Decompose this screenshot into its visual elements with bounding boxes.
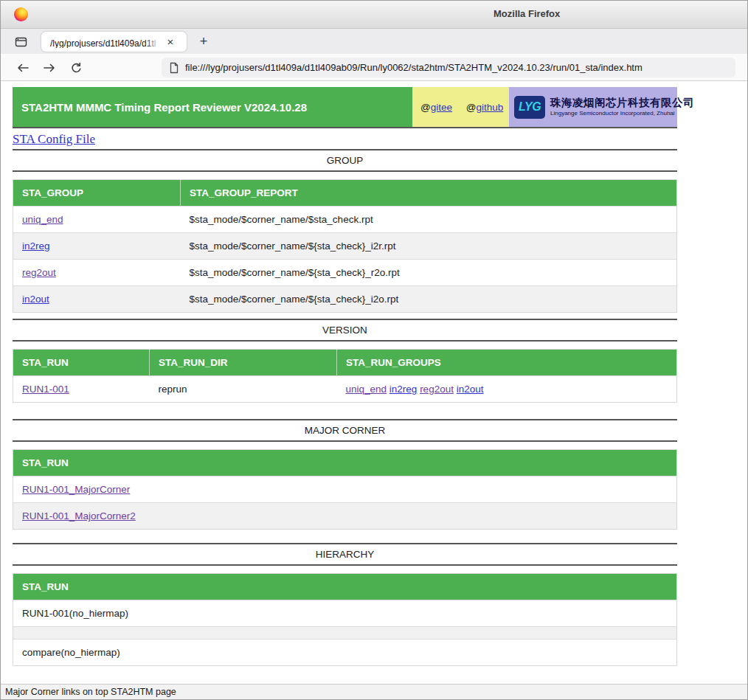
section-hierarchy: HIERARCHY xyxy=(13,543,677,566)
run-dir-cell: reprun xyxy=(150,376,337,403)
table-row: RUN1-001(no_hiermap) xyxy=(13,600,677,627)
navigation-bar: file:///lyg/projusers/d1tl409a/d1tl409ab… xyxy=(1,54,747,81)
col-header-sta-run: STA_RUN xyxy=(13,350,150,376)
section-rule xyxy=(13,340,677,342)
col-header-sta-run: STA_RUN xyxy=(13,450,677,477)
active-tab[interactable]: /lyg/projusers/d1tl409a/d1tl × xyxy=(41,32,187,52)
hierarchy-run-cell: RUN1-001(no_hiermap) xyxy=(13,600,677,627)
app-banner: STA2HTM MMMC Timing Report Reviewer V202… xyxy=(13,87,677,127)
gitee-badge: @gitee xyxy=(412,87,460,127)
hierarchy-table: STA_RUN RUN1-001(no_hiermap) compare(no_… xyxy=(13,573,677,666)
company-names: 珠海凌烟阁芯片科技有限公司 Lingyange Semiconductor In… xyxy=(550,97,694,117)
tab-title-fade xyxy=(145,36,161,48)
section-heading-version: VERSION xyxy=(13,320,677,340)
col-header-sta-run-groups: STA_RUN_GROUPS xyxy=(337,350,677,376)
banner-divider xyxy=(13,127,677,128)
section-rule xyxy=(13,564,677,566)
reload-icon xyxy=(70,62,83,74)
table-row xyxy=(13,627,677,640)
group-link-uniq-end[interactable]: uniq_end xyxy=(22,214,63,225)
title-bar: Mozilla Firefox xyxy=(1,1,747,29)
company-name-en: Lingyange Semiconductor Incorporated, Zh… xyxy=(550,111,694,117)
status-text: Major Corner links on top STA2HTM page xyxy=(5,687,176,697)
group-report-cell: $sta_mode/$corner_name/${sta_check}_r2o.… xyxy=(181,260,677,286)
table-row: RUN1-001_MajorCorner2 xyxy=(13,503,677,530)
lyg-logo: LYG xyxy=(514,96,545,119)
window-title: Mozilla Firefox xyxy=(494,8,560,19)
run-group-link-in2out[interactable]: in2out xyxy=(457,384,484,395)
tab-close-icon[interactable]: × xyxy=(164,35,177,49)
run-group-link-reg2out[interactable]: reg2out xyxy=(420,384,454,395)
major-corner-link-1[interactable]: RUN1-001_MajorCorner xyxy=(22,484,130,495)
table-row: in2out $sta_mode/$corner_name/${sta_chec… xyxy=(13,286,677,313)
tab-title: /lyg/projusers/d1tl409a/d1tl xyxy=(50,38,156,48)
col-header-sta-group-report: STA_GROUP_REPORT xyxy=(181,180,677,207)
table-row: RUN1-001_MajorCorner xyxy=(13,477,677,503)
version-table: STA_RUN STA_RUN_DIR STA_RUN_GROUPS RUN1-… xyxy=(13,349,677,403)
group-link-in2reg[interactable]: in2reg xyxy=(22,240,50,252)
table-row: reg2out $sta_mode/$corner_name/${sta_che… xyxy=(13,260,677,286)
section-major-corner: MAJOR CORNER xyxy=(13,419,677,442)
url-text: file:///lyg/projusers/d1tl409a/d1tl409ab… xyxy=(185,62,643,73)
group-report-cell: $sta_mode/$corner_name/${sta_check}_i2o.… xyxy=(181,286,677,313)
section-heading-group: GROUP xyxy=(13,150,677,170)
table-header-row: STA_RUN xyxy=(13,450,677,477)
forward-button[interactable] xyxy=(41,59,58,77)
section-rule xyxy=(13,170,677,172)
tab-title-wrap: /lyg/projusers/d1tl409a/d1tl xyxy=(50,36,161,48)
group-link-in2out[interactable]: in2out xyxy=(22,294,49,305)
new-tab-button[interactable]: + xyxy=(194,32,213,51)
status-bar: Major Corner links on top STA2HTM page xyxy=(1,684,747,699)
table-row: in2reg $sta_mode/$corner_name/${sta_chec… xyxy=(13,233,677,260)
tab-bar: /lyg/projusers/d1tl409a/d1tl × + xyxy=(1,29,747,54)
sta-config-file-link[interactable]: STA Config File xyxy=(13,132,95,147)
url-bar[interactable]: file:///lyg/projusers/d1tl409a/d1tl409ab… xyxy=(162,58,735,77)
app-title: STA2HTM MMMC Timing Report Reviewer V202… xyxy=(21,101,307,114)
firefox-logo-icon xyxy=(14,7,28,21)
table-header-row: STA_RUN xyxy=(13,574,677,600)
table-header-row: STA_GROUP STA_GROUP_REPORT xyxy=(13,180,677,207)
group-report-cell: $sta_mode/$corner_name/$sta_check.rpt xyxy=(181,207,677,233)
hierarchy-run-cell: compare(no_hiermap) xyxy=(13,640,677,666)
section-group: GROUP xyxy=(13,149,677,172)
section-heading-hierarchy: HIERARCHY xyxy=(13,544,677,564)
run-group-link-in2reg[interactable]: in2reg xyxy=(389,384,418,395)
hierarchy-empty-cell xyxy=(13,627,677,640)
table-row: RUN1-001 reprun uniq_end in2reg reg2out … xyxy=(13,376,677,403)
table-row: uniq_end $sta_mode/$corner_name/$sta_che… xyxy=(13,207,677,233)
major-corner-table: STA_RUN RUN1-001_MajorCorner RUN1-001_Ma… xyxy=(13,449,677,530)
table-header-row: STA_RUN STA_RUN_DIR STA_RUN_GROUPS xyxy=(13,350,677,376)
col-header-sta-run: STA_RUN xyxy=(13,574,677,600)
gitee-link[interactable]: gitee xyxy=(431,102,452,113)
firefox-view-button[interactable] xyxy=(11,33,30,51)
forward-icon xyxy=(43,62,56,74)
table-row: compare(no_hiermap) xyxy=(13,640,677,666)
col-header-sta-run-dir: STA_RUN_DIR xyxy=(150,350,337,376)
section-version: VERSION xyxy=(13,319,677,342)
group-table: STA_GROUP STA_GROUP_REPORT uniq_end $sta… xyxy=(13,179,677,313)
section-heading-major-corner: MAJOR CORNER xyxy=(13,420,677,440)
run-link-run1-001[interactable]: RUN1-001 xyxy=(22,384,69,395)
github-at: @ xyxy=(466,102,477,113)
firefox-window: Mozilla Firefox /lyg/projusers/d1tl409a/… xyxy=(0,0,748,700)
github-badge: @github xyxy=(460,87,509,127)
back-icon xyxy=(16,62,30,74)
run-group-link-uniq-end[interactable]: uniq_end xyxy=(346,384,387,395)
run-groups-cell: uniq_end in2reg reg2out in2out xyxy=(337,376,677,403)
lyg-logo-text: LYG xyxy=(519,100,541,114)
back-button[interactable] xyxy=(14,59,32,77)
major-corner-link-2[interactable]: RUN1-001_MajorCorner2 xyxy=(22,510,136,521)
col-header-sta-group: STA_GROUP xyxy=(13,180,181,207)
gitee-at: @ xyxy=(420,102,431,113)
section-rule xyxy=(13,440,677,442)
app-banner-title-cell: STA2HTM MMMC Timing Report Reviewer V202… xyxy=(13,87,412,127)
github-link[interactable]: github xyxy=(476,102,503,113)
page-content: STA2HTM MMMC Timing Report Reviewer V202… xyxy=(1,81,747,685)
group-link-reg2out[interactable]: reg2out xyxy=(22,267,56,278)
company-logo-cell: LYG 珠海凌烟阁芯片科技有限公司 Lingyange Semiconducto… xyxy=(509,87,677,127)
page-icon xyxy=(169,62,179,74)
firefox-view-icon xyxy=(15,36,27,48)
reload-button[interactable] xyxy=(67,59,85,77)
group-report-cell: $sta_mode/$corner_name/${sta_check}_i2r.… xyxy=(181,233,677,260)
company-name-cn: 珠海凌烟阁芯片科技有限公司 xyxy=(550,97,694,109)
